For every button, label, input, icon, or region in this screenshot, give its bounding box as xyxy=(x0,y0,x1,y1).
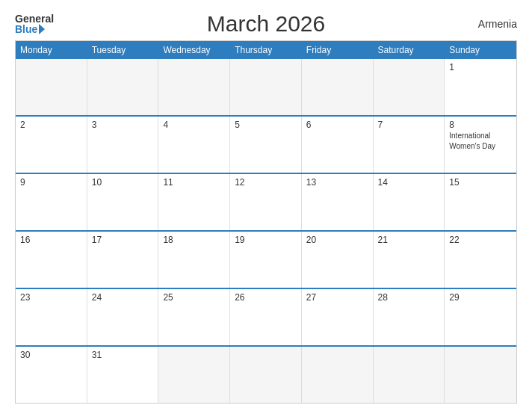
calendar-cell: 6 xyxy=(302,117,374,173)
calendar-cell: 29 xyxy=(445,289,516,345)
week-row-5: 3031 xyxy=(16,345,516,403)
day-header-friday: Friday xyxy=(302,41,374,59)
calendar-cell xyxy=(87,59,159,115)
weeks-container: 12345678International Women's Day9101112… xyxy=(16,59,516,403)
cell-number: 15 xyxy=(449,177,512,188)
cell-number: 6 xyxy=(306,120,368,130)
calendar-cell xyxy=(302,347,374,403)
logo-triangle-icon xyxy=(39,24,45,34)
cell-number: 29 xyxy=(449,292,512,303)
week-row-3: 16171819202122 xyxy=(16,230,516,288)
calendar-cell: 7 xyxy=(374,117,445,173)
calendar-cell xyxy=(445,347,516,403)
calendar-cell xyxy=(230,347,302,403)
calendar-cell: 5 xyxy=(230,117,302,173)
cell-number: 14 xyxy=(378,177,440,188)
cell-number: 16 xyxy=(20,235,82,245)
day-header-wednesday: Wednesday xyxy=(158,41,230,59)
cell-number: 11 xyxy=(163,177,225,188)
calendar-cell: 12 xyxy=(230,174,302,230)
calendar-cell: 17 xyxy=(87,232,159,288)
header: General Blue March 2026 Armenia xyxy=(15,13,517,34)
cell-number: 23 xyxy=(20,292,82,303)
page-title: March 2026 xyxy=(207,11,325,37)
calendar-cell: 21 xyxy=(374,232,445,288)
calendar-cell: 20 xyxy=(302,232,374,288)
day-header-saturday: Saturday xyxy=(374,41,445,59)
calendar-page: General Blue March 2026 Armenia MondayTu… xyxy=(0,0,532,411)
calendar-cell: 13 xyxy=(302,174,374,230)
calendar-cell: 15 xyxy=(445,174,516,230)
calendar-cell: 11 xyxy=(158,174,230,230)
calendar-cell xyxy=(230,59,302,115)
cell-number: 5 xyxy=(235,120,297,130)
cell-number: 20 xyxy=(306,235,368,245)
calendar-cell xyxy=(374,347,445,403)
cell-number: 30 xyxy=(20,350,82,360)
cell-number: 7 xyxy=(378,120,440,130)
calendar-cell: 30 xyxy=(16,347,87,403)
cell-number: 21 xyxy=(378,235,440,245)
calendar-cell xyxy=(158,59,230,115)
cell-number: 10 xyxy=(92,177,154,188)
calendar-cell xyxy=(374,59,445,115)
logo-general-text: General xyxy=(15,13,54,24)
calendar-cell: 1 xyxy=(445,59,516,115)
day-header-sunday: Sunday xyxy=(445,41,516,59)
cell-number: 9 xyxy=(20,177,82,188)
cell-number: 31 xyxy=(92,350,154,360)
cell-number: 17 xyxy=(92,235,154,245)
cell-number: 19 xyxy=(235,235,297,245)
day-header-tuesday: Tuesday xyxy=(87,41,159,59)
calendar-cell: 2 xyxy=(16,117,87,173)
cell-number: 4 xyxy=(163,120,225,130)
calendar-cell: 9 xyxy=(16,174,87,230)
days-header: MondayTuesdayWednesdayThursdayFridaySatu… xyxy=(16,41,516,59)
calendar-cell: 3 xyxy=(87,117,159,173)
cell-number: 24 xyxy=(92,292,154,303)
calendar-cell xyxy=(16,59,87,115)
calendar-cell: 19 xyxy=(230,232,302,288)
cell-number: 8 xyxy=(449,120,512,130)
cell-number: 3 xyxy=(92,120,154,130)
week-row-2: 9101112131415 xyxy=(16,173,516,230)
cell-number: 26 xyxy=(235,292,297,303)
calendar-cell: 4 xyxy=(158,117,230,173)
week-row-4: 23242526272829 xyxy=(16,288,516,345)
calendar-cell: 14 xyxy=(374,174,445,230)
calendar-cell: 24 xyxy=(87,289,159,345)
cell-number: 13 xyxy=(306,177,368,188)
cell-number: 18 xyxy=(163,235,225,245)
cell-number: 25 xyxy=(163,292,225,303)
logo-blue-text: Blue xyxy=(15,24,45,34)
calendar-cell: 27 xyxy=(302,289,374,345)
day-header-monday: Monday xyxy=(16,41,87,59)
cell-number: 1 xyxy=(449,62,512,72)
week-row-1: 2345678International Women's Day xyxy=(16,115,516,173)
cell-event: International Women's Day xyxy=(449,132,495,150)
calendar-cell xyxy=(158,347,230,403)
calendar-cell: 18 xyxy=(158,232,230,288)
cell-number: 2 xyxy=(20,120,82,130)
week-row-0: 1 xyxy=(16,59,516,115)
logo: General Blue xyxy=(15,13,54,34)
calendar-cell: 31 xyxy=(87,347,159,403)
calendar-cell: 22 xyxy=(445,232,516,288)
calendar-cell xyxy=(302,59,374,115)
calendar-cell: 10 xyxy=(87,174,159,230)
calendar-cell: 16 xyxy=(16,232,87,288)
cell-number: 22 xyxy=(449,235,512,245)
cell-number: 27 xyxy=(306,292,368,303)
calendar: MondayTuesdayWednesdayThursdayFridaySatu… xyxy=(15,40,517,404)
calendar-cell: 8International Women's Day xyxy=(445,117,516,173)
cell-number: 28 xyxy=(378,292,440,303)
calendar-cell: 26 xyxy=(230,289,302,345)
cell-number: 12 xyxy=(235,177,297,188)
calendar-cell: 28 xyxy=(374,289,445,345)
calendar-cell: 25 xyxy=(158,289,230,345)
calendar-cell: 23 xyxy=(16,289,87,345)
country-label: Armenia xyxy=(478,18,517,30)
day-header-thursday: Thursday xyxy=(230,41,302,59)
